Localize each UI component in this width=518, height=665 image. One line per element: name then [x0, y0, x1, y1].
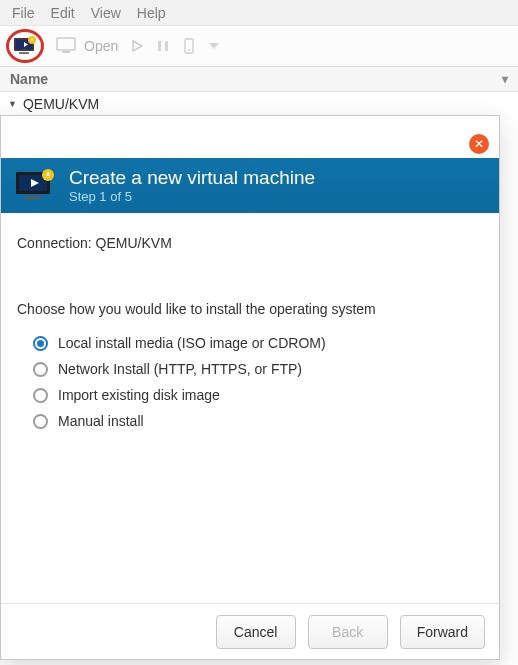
- shutdown-dropdown: [182, 38, 196, 54]
- connection-value: QEMU/KVM: [96, 235, 172, 251]
- option-label: Import existing disk image: [58, 387, 220, 403]
- svg-point-11: [188, 49, 190, 51]
- chevron-down-icon: [208, 42, 220, 50]
- open-label: Open: [84, 38, 118, 54]
- menubar: File Edit View Help: [0, 0, 518, 26]
- play-button: [130, 39, 144, 53]
- close-icon: ✕: [474, 137, 484, 151]
- dialog-subtitle: Step 1 of 5: [69, 189, 315, 204]
- option-network-install[interactable]: Network Install (HTTP, HTTPS, or FTP): [33, 361, 483, 377]
- pause-button: [156, 39, 170, 53]
- tree-toggle-icon[interactable]: ▼: [8, 99, 17, 109]
- device-icon: [182, 38, 196, 54]
- list-header-label: Name: [10, 71, 48, 87]
- back-button: Back: [308, 615, 388, 649]
- close-button[interactable]: ✕: [469, 134, 489, 154]
- dialog-footer: Cancel Back Forward: [1, 603, 499, 659]
- radio-icon: [33, 362, 48, 377]
- connection-label: QEMU/KVM: [23, 96, 99, 112]
- dialog-body: Connection: QEMU/KVM Choose how you woul…: [1, 213, 499, 603]
- svg-marker-12: [209, 43, 219, 49]
- svg-rect-5: [57, 38, 75, 50]
- option-manual-install[interactable]: Manual install: [33, 413, 483, 429]
- svg-rect-9: [165, 41, 168, 51]
- option-local-media[interactable]: Local install media (ISO image or CDROM): [33, 335, 483, 351]
- radio-icon: [33, 388, 48, 403]
- svg-rect-6: [62, 51, 70, 53]
- list-header[interactable]: Name ▾: [0, 66, 518, 92]
- menu-help[interactable]: Help: [129, 1, 174, 25]
- open-button: Open: [56, 37, 118, 55]
- connection-row[interactable]: ▼ QEMU/KVM: [0, 92, 518, 116]
- option-import-disk[interactable]: Import existing disk image: [33, 387, 483, 403]
- svg-marker-7: [133, 41, 142, 51]
- new-vm-dialog: ✕ Create a new virtual machine Step 1 of…: [0, 115, 500, 660]
- radio-icon: [33, 414, 48, 429]
- option-label: Network Install (HTTP, HTTPS, or FTP): [58, 361, 302, 377]
- menu-view[interactable]: View: [83, 1, 129, 25]
- install-options: Local install media (ISO image or CDROM)…: [17, 335, 483, 429]
- svg-rect-16: [25, 196, 41, 199]
- forward-button[interactable]: Forward: [400, 615, 485, 649]
- svg-rect-3: [19, 52, 29, 54]
- play-icon: [130, 39, 144, 53]
- connection-label: Connection:: [17, 235, 92, 251]
- new-vm-button[interactable]: [6, 29, 44, 63]
- pause-icon: [156, 39, 170, 53]
- cancel-button[interactable]: Cancel: [216, 615, 296, 649]
- chevron-down-icon: ▾: [502, 72, 508, 86]
- menu-file[interactable]: File: [4, 1, 43, 25]
- choose-heading: Choose how you would like to install the…: [17, 301, 483, 317]
- option-label: Manual install: [58, 413, 144, 429]
- radio-icon: [33, 336, 48, 351]
- monitor-icon: [56, 37, 78, 55]
- dialog-title: Create a new virtual machine: [69, 167, 315, 189]
- svg-rect-8: [158, 41, 161, 51]
- dialog-header: Create a new virtual machine Step 1 of 5: [1, 158, 499, 213]
- option-label: Local install media (ISO image or CDROM): [58, 335, 326, 351]
- connection-line: Connection: QEMU/KVM: [17, 235, 483, 251]
- monitor-new-icon: [15, 169, 55, 203]
- menu-edit[interactable]: Edit: [43, 1, 83, 25]
- monitor-new-icon: [13, 36, 37, 56]
- dropdown-arrow: [208, 42, 220, 50]
- toolbar: Open: [0, 26, 518, 66]
